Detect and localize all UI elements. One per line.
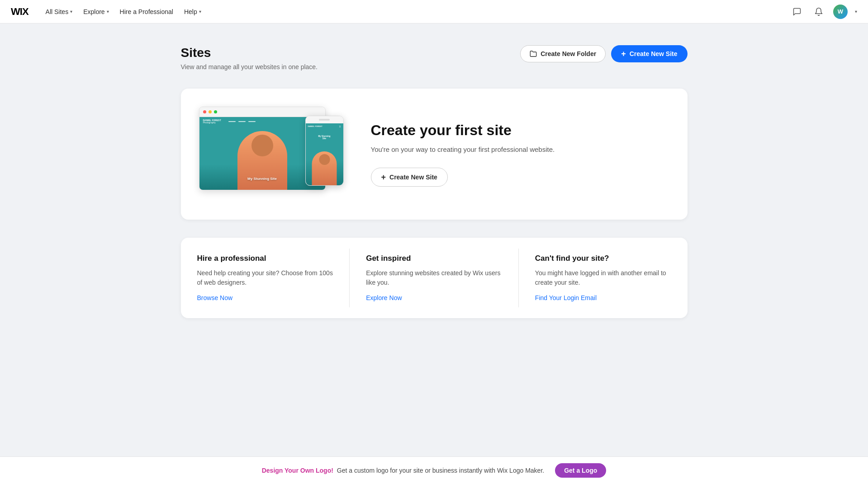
mock-brand: DANIEL FOREST Photography (203, 119, 221, 124)
mock-mobile-nav: DANIEL FOREST ≡ (306, 123, 343, 130)
footer-cta-text[interactable]: Design Your Own Logo! (262, 467, 333, 474)
explore-nav[interactable]: Explore ▾ (79, 5, 113, 18)
mock-person-desktop (237, 131, 287, 190)
mock-mobile: DANIEL FOREST ≡ My StunningSite (305, 116, 344, 186)
hero-card: DANIEL FOREST Photography My Stunning Si… (181, 89, 688, 220)
footer-banner: Design Your Own Logo! Get a custom logo … (0, 456, 868, 484)
mock-nav-links (228, 121, 256, 122)
mock-mobile-menu-icon: ≡ (339, 125, 341, 128)
plus-icon: + (621, 50, 626, 58)
chat-icon (792, 7, 802, 16)
dot-red (203, 110, 206, 113)
hero-cta-label: Create New Site (389, 174, 437, 181)
bell-icon (814, 7, 823, 16)
sites-header-text: Sites View and manage all your websites … (181, 45, 318, 70)
page-title: Sites (181, 45, 318, 61)
mock-mobile-site-label: My StunningSite (318, 135, 331, 140)
hero-content: Create your first site You're on your wa… (371, 121, 660, 187)
info-card-find-title: Can't find your site? (535, 254, 671, 263)
mock-mobile-notch (306, 116, 343, 123)
info-card-inspired-title: Get inspired (366, 254, 502, 263)
explore-chevron-icon: ▾ (107, 9, 109, 14)
navbar: WIX All Sites ▾ Explore ▾ Hire a Profess… (0, 0, 868, 23)
all-sites-chevron-icon: ▾ (70, 9, 72, 14)
header-actions: Create New Folder + Create New Site (520, 45, 687, 62)
create-new-site-header-button[interactable]: + Create New Site (611, 45, 687, 62)
wix-logo[interactable]: WIX (11, 6, 28, 18)
mock-mobile-body: My StunningSite (306, 130, 343, 185)
main-content: Sites View and manage all your websites … (163, 23, 706, 318)
help-nav[interactable]: Help ▾ (180, 5, 206, 18)
notification-icon-button[interactable] (811, 5, 826, 19)
explore-now-link[interactable]: Explore Now (366, 294, 402, 301)
nav-links: All Sites ▾ Explore ▾ Hire a Professiona… (41, 5, 790, 18)
dot-yellow (209, 110, 212, 113)
mock-mobile-brand: DANIEL FOREST (308, 125, 323, 127)
nav-right: W ▾ (790, 5, 857, 19)
sites-header: Sites View and manage all your websites … (181, 45, 688, 70)
create-new-site-hero-button[interactable]: + Create New Site (371, 168, 448, 187)
plus-icon-hero: + (381, 173, 386, 181)
create-site-label: Create New Site (630, 50, 678, 57)
folder-icon (530, 50, 537, 57)
all-sites-label: All Sites (46, 8, 69, 15)
mock-notch-bar (319, 119, 330, 121)
info-card-find-desc: You might have logged in with another em… (535, 268, 671, 287)
info-cards: Hire a professional Need help creating y… (181, 238, 688, 318)
info-card-hire-title: Hire a professional (197, 254, 333, 263)
dot-green (214, 110, 217, 113)
info-card-find: Can't find your site? You might have log… (519, 238, 688, 318)
hero-image: DANIEL FOREST Photography My Stunning Si… (199, 107, 344, 202)
avatar-chevron-icon[interactable]: ▾ (855, 9, 857, 14)
info-card-inspired-desc: Explore stunning websites created by Wix… (366, 268, 502, 287)
hire-professional-nav[interactable]: Hire a Professional (115, 5, 178, 18)
info-card-hire: Hire a professional Need help creating y… (181, 238, 350, 318)
mock-person-mobile-head (319, 154, 330, 165)
create-folder-label: Create New Folder (541, 50, 596, 57)
chat-icon-button[interactable] (790, 5, 804, 19)
all-sites-nav[interactable]: All Sites ▾ (41, 5, 77, 18)
footer-text: Get a custom logo for your site or busin… (337, 467, 544, 474)
help-label: Help (184, 8, 197, 15)
hire-professional-label: Hire a Professional (120, 8, 173, 15)
mock-person-mobile (312, 151, 337, 185)
explore-label: Explore (83, 8, 104, 15)
help-chevron-icon: ▾ (199, 9, 201, 14)
info-card-hire-desc: Need help creating your site? Choose fro… (197, 268, 333, 287)
hero-description: You're on your way to creating your firs… (371, 145, 660, 155)
browse-now-link[interactable]: Browse Now (197, 294, 233, 301)
mock-person-head (251, 135, 273, 156)
get-logo-button[interactable]: Get a Logo (555, 463, 606, 478)
mock-titlebar (199, 107, 325, 117)
avatar[interactable]: W (833, 5, 848, 19)
info-card-inspired: Get inspired Explore stunning websites c… (350, 238, 518, 318)
find-login-email-link[interactable]: Find Your Login Email (535, 294, 597, 301)
mock-desktop-site-label: My Stunning Site (247, 177, 277, 181)
create-new-folder-button[interactable]: Create New Folder (520, 45, 606, 62)
page-subtitle: View and manage all your websites in one… (181, 63, 318, 70)
hero-title: Create your first site (371, 121, 660, 139)
